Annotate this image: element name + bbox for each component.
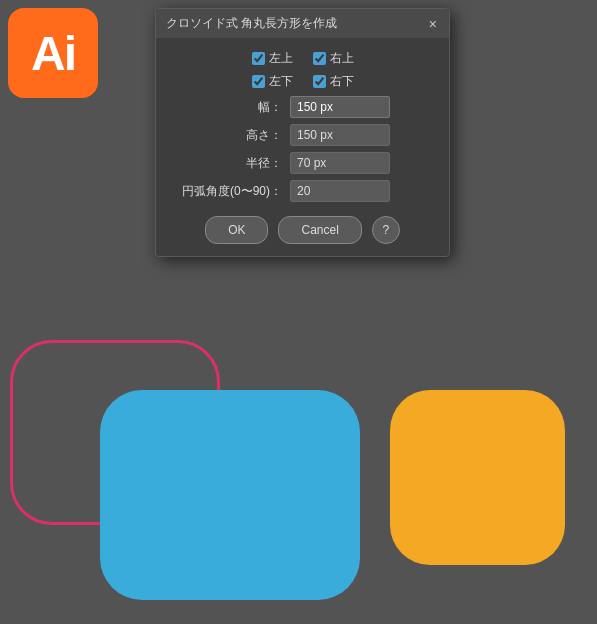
- help-button[interactable]: ?: [372, 216, 400, 244]
- height-row: 高さ： 150 px: [172, 124, 433, 146]
- ok-button[interactable]: OK: [205, 216, 268, 244]
- checkbox-top-left-input[interactable]: [252, 52, 265, 65]
- checkbox-bottom-right-input[interactable]: [313, 75, 326, 88]
- cancel-button[interactable]: Cancel: [278, 216, 361, 244]
- dialog-titlebar: クロソイド式 角丸長方形を作成 ×: [156, 9, 449, 38]
- dialog-box: クロソイド式 角丸長方形を作成 × 左上 右上 左下 右下: [155, 8, 450, 257]
- checkbox-top-row: 左上 右上: [172, 50, 433, 67]
- checkbox-top-right-input[interactable]: [313, 52, 326, 65]
- arc-angle-row: 円弧角度(0〜90)： 20: [172, 180, 433, 202]
- width-row: 幅：: [172, 96, 433, 118]
- shape-blue: [100, 390, 360, 600]
- dialog-close-button[interactable]: ×: [427, 17, 439, 31]
- height-value: 150 px: [290, 124, 390, 146]
- checkbox-bottom-row: 左下 右下: [172, 73, 433, 90]
- width-input[interactable]: [290, 96, 390, 118]
- checkbox-top-left[interactable]: 左上: [252, 50, 293, 67]
- radius-label: 半径：: [172, 155, 282, 172]
- dialog-title: クロソイド式 角丸長方形を作成: [166, 15, 337, 32]
- width-label: 幅：: [172, 99, 282, 116]
- checkbox-top-left-label: 左上: [269, 50, 293, 67]
- checkbox-bottom-left-input[interactable]: [252, 75, 265, 88]
- shape-orange: [390, 390, 565, 565]
- dialog-buttons: OK Cancel ?: [172, 216, 433, 244]
- radius-value: 70 px: [290, 152, 390, 174]
- checkbox-top-right[interactable]: 右上: [313, 50, 354, 67]
- checkbox-top-right-label: 右上: [330, 50, 354, 67]
- ai-logo: Ai: [8, 8, 98, 98]
- arc-angle-label: 円弧角度(0〜90)：: [172, 183, 282, 200]
- checkbox-bottom-right-label: 右下: [330, 73, 354, 90]
- arc-angle-value: 20: [290, 180, 390, 202]
- ai-logo-text: Ai: [31, 26, 75, 81]
- canvas-area: [0, 340, 597, 624]
- height-label: 高さ：: [172, 127, 282, 144]
- radius-row: 半径： 70 px: [172, 152, 433, 174]
- dialog-body: 左上 右上 左下 右下 幅： 高さ： 150 px: [156, 38, 449, 256]
- checkbox-bottom-right[interactable]: 右下: [313, 73, 354, 90]
- checkbox-bottom-left[interactable]: 左下: [252, 73, 293, 90]
- checkbox-bottom-left-label: 左下: [269, 73, 293, 90]
